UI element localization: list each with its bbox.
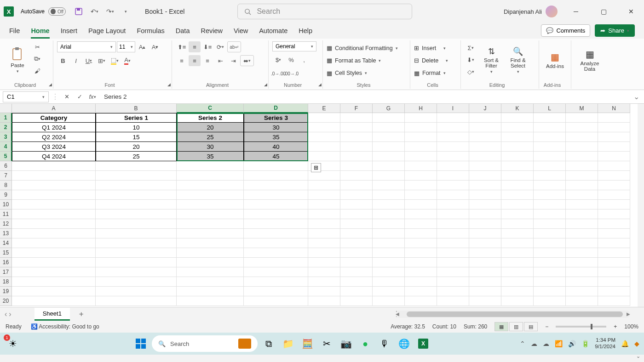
decrease-indent-button[interactable]: ⇤: [214, 55, 226, 66]
cell-J14[interactable]: [469, 238, 501, 248]
cell-G9[interactable]: [373, 190, 405, 200]
cell-F15[interactable]: [340, 248, 373, 258]
cell-G19[interactable]: [373, 287, 405, 296]
cell-J4[interactable]: [469, 142, 501, 152]
font-size-select[interactable]: 11▾: [117, 41, 135, 52]
cell-I17[interactable]: [437, 267, 469, 277]
taskbar-search[interactable]: 🔍 Search: [152, 335, 258, 352]
cell-K14[interactable]: [501, 238, 534, 248]
ribbon-tab-data[interactable]: Data: [176, 27, 190, 39]
calculator-icon[interactable]: 🧮: [299, 335, 316, 352]
cell-K15[interactable]: [501, 248, 534, 258]
column-header-A[interactable]: A: [12, 104, 96, 113]
maximize-button[interactable]: ▢: [594, 4, 613, 19]
cell-B11[interactable]: [96, 209, 177, 219]
cell-B16[interactable]: [96, 258, 177, 267]
insert-cells-button[interactable]: ⊞ Insert ▾: [414, 42, 448, 54]
cell-C3[interactable]: 25: [177, 132, 244, 142]
normal-view-button[interactable]: ▦: [494, 322, 508, 331]
cell-N10[interactable]: [598, 200, 630, 209]
number-format-select[interactable]: General▾: [272, 41, 316, 51]
conditional-formatting-button[interactable]: ▦ Conditional Formatting ▾: [327, 42, 398, 54]
cell-F11[interactable]: [340, 209, 373, 219]
cell-F7[interactable]: [340, 171, 373, 181]
cell-M4[interactable]: [566, 142, 598, 152]
cell-C17[interactable]: [177, 267, 244, 277]
cell-B18[interactable]: [96, 277, 177, 287]
cell-I8[interactable]: [437, 181, 469, 190]
cell-I19[interactable]: [437, 287, 469, 296]
zoom-out-button[interactable]: −: [545, 323, 548, 330]
cell-L12[interactable]: [534, 219, 566, 229]
cell-N19[interactable]: [598, 287, 630, 296]
cell-D16[interactable]: [244, 258, 308, 267]
cell-E2[interactable]: [308, 123, 340, 132]
cell-J17[interactable]: [469, 267, 501, 277]
cell-H14[interactable]: [405, 238, 437, 248]
cell-N13[interactable]: [598, 229, 630, 238]
column-header-J[interactable]: J: [469, 104, 501, 113]
cell-F5[interactable]: [340, 152, 373, 161]
cell-C4[interactable]: 30: [177, 142, 244, 152]
cell-C15[interactable]: [177, 248, 244, 258]
fill-button[interactable]: ⬇▾: [465, 54, 477, 65]
increase-font-button[interactable]: A▴: [136, 41, 148, 52]
cell-N11[interactable]: [598, 209, 630, 219]
cell-F13[interactable]: [340, 229, 373, 238]
cell-E8[interactable]: [308, 181, 340, 190]
cell-J15[interactable]: [469, 248, 501, 258]
increase-decimal-button[interactable]: .0→.00: [272, 68, 284, 79]
row-header-20[interactable]: 20: [0, 296, 12, 306]
cell-F2[interactable]: [340, 123, 373, 132]
vertical-scrollbar[interactable]: [638, 104, 644, 307]
cell-K19[interactable]: [501, 287, 534, 296]
orientation-button[interactable]: ⟳▾: [214, 41, 226, 52]
cell-L6[interactable]: [534, 161, 566, 171]
cell-L11[interactable]: [534, 209, 566, 219]
cell-H18[interactable]: [405, 277, 437, 287]
cell-F9[interactable]: [340, 190, 373, 200]
cell-H2[interactable]: [405, 123, 437, 132]
cell-I5[interactable]: [437, 152, 469, 161]
cell-M5[interactable]: [566, 152, 598, 161]
cell-L15[interactable]: [534, 248, 566, 258]
sheet-tab-sheet1[interactable]: Sheet1: [34, 308, 70, 321]
cell-E18[interactable]: [308, 277, 340, 287]
cell-K16[interactable]: [501, 258, 534, 267]
cell-C5[interactable]: 35: [177, 152, 244, 161]
page-layout-view-button[interactable]: ▥: [509, 322, 523, 331]
cell-D11[interactable]: [244, 209, 308, 219]
minimize-button[interactable]: ─: [567, 4, 585, 19]
cell-N15[interactable]: [598, 248, 630, 258]
cell-I10[interactable]: [437, 200, 469, 209]
cell-K5[interactable]: [501, 152, 534, 161]
row-header-1[interactable]: 1: [0, 113, 12, 123]
cell-J20[interactable]: [469, 296, 501, 306]
row-header-18[interactable]: 18: [0, 277, 12, 287]
cell-F18[interactable]: [340, 277, 373, 287]
cell-L20[interactable]: [534, 296, 566, 306]
cell-E9[interactable]: [308, 190, 340, 200]
cell-F19[interactable]: [340, 287, 373, 296]
cell-N9[interactable]: [598, 190, 630, 200]
select-all-corner[interactable]: [0, 104, 12, 113]
cell-K9[interactable]: [501, 190, 534, 200]
cell-A3[interactable]: Q2 2024: [12, 132, 96, 142]
cell-E12[interactable]: [308, 219, 340, 229]
alignment-launcher[interactable]: ◢: [264, 82, 267, 87]
cell-D4[interactable]: 40: [244, 142, 308, 152]
cell-L5[interactable]: [534, 152, 566, 161]
cell-H5[interactable]: [405, 152, 437, 161]
cell-D13[interactable]: [244, 229, 308, 238]
cell-I15[interactable]: [437, 248, 469, 258]
cell-H11[interactable]: [405, 209, 437, 219]
cell-D20[interactable]: [244, 296, 308, 306]
cell-K20[interactable]: [501, 296, 534, 306]
copy-button[interactable]: ⧉▾: [31, 53, 43, 64]
ribbon-tab-page-layout[interactable]: Page Layout: [88, 27, 126, 39]
zoom-slider[interactable]: [556, 326, 606, 328]
row-header-8[interactable]: 8: [0, 181, 12, 190]
align-middle-button[interactable]: ≡: [189, 41, 201, 52]
cell-E4[interactable]: [308, 142, 340, 152]
cell-H9[interactable]: [405, 190, 437, 200]
